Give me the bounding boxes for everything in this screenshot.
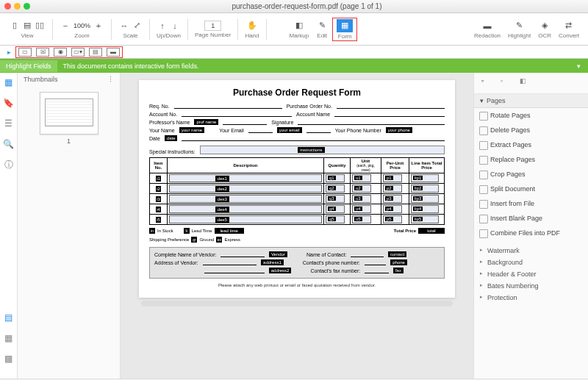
- your-email-field[interactable]: your email: [277, 127, 302, 133]
- panel-tab3-icon[interactable]: ◧: [520, 77, 531, 89]
- item-no-field[interactable]: i2: [156, 186, 161, 192]
- unit-field[interactable]: u3: [352, 195, 371, 203]
- highlight-icon[interactable]: ✎: [514, 20, 526, 32]
- panel2-icon[interactable]: ▦: [4, 333, 14, 343]
- date-field[interactable]: date: [165, 135, 178, 141]
- zoom-value[interactable]: 100%: [72, 22, 92, 29]
- qty-field[interactable]: q3: [326, 195, 345, 203]
- redaction-icon[interactable]: ▬: [481, 20, 493, 32]
- total-field[interactable]: lip1: [411, 174, 439, 182]
- unit-field[interactable]: u4: [352, 205, 371, 213]
- page-down-icon[interactable]: ↓: [169, 20, 181, 32]
- rpanel-item[interactable]: Rotate Pages: [474, 108, 588, 123]
- total-field[interactable]: lip4: [411, 205, 439, 213]
- fax-field[interactable]: fax: [393, 268, 404, 273]
- rpanel-item[interactable]: Replace Pages: [474, 152, 588, 167]
- addr2-field[interactable]: address2: [269, 268, 292, 273]
- unit-field[interactable]: u5: [352, 215, 371, 223]
- vendor-field[interactable]: Vendor: [269, 251, 287, 257]
- rpanel-item[interactable]: Crop Pages: [474, 167, 588, 182]
- special-field[interactable]: instructions: [200, 146, 445, 154]
- total-field[interactable]: lip5: [411, 215, 439, 223]
- hand-icon[interactable]: ✋: [246, 20, 258, 32]
- zoom-icon[interactable]: [24, 3, 30, 10]
- desc-field[interactable]: des4: [169, 205, 322, 213]
- view-single-icon[interactable]: ▯: [9, 20, 21, 32]
- price-field[interactable]: p1: [383, 174, 402, 182]
- pages-tab-icon[interactable]: ▫: [481, 77, 493, 89]
- page-thumbnail[interactable]: [40, 92, 98, 135]
- edit-icon[interactable]: ✎: [316, 20, 328, 32]
- info-icon[interactable]: ⓘ: [4, 159, 14, 170]
- cursor-icon[interactable]: ▸: [7, 49, 11, 56]
- combo-tool-icon[interactable]: ▭▾: [71, 48, 85, 57]
- total-field[interactable]: lip3: [411, 195, 439, 203]
- button-tool-icon[interactable]: ▬: [107, 48, 120, 57]
- contact-field[interactable]: contact: [388, 251, 406, 257]
- price-field[interactable]: p2: [383, 184, 402, 193]
- your-name-field[interactable]: your name: [179, 127, 204, 133]
- item-no-field[interactable]: i4: [156, 207, 161, 212]
- rpanel-item[interactable]: Split Document: [474, 182, 588, 196]
- panel-tab2-icon[interactable]: ▫: [501, 77, 512, 89]
- rpanel-sub[interactable]: Background: [474, 257, 588, 268]
- express-check[interactable]: ex: [216, 237, 222, 243]
- ground-check[interactable]: gr: [191, 237, 197, 243]
- horizontal-scrollbar[interactable]: [141, 301, 453, 306]
- form-icon[interactable]: ▦: [337, 19, 353, 32]
- price-field[interactable]: p5: [383, 215, 402, 223]
- rpanel-item[interactable]: Insert Blank Page: [474, 211, 588, 226]
- prof-name-field[interactable]: prof name: [194, 119, 218, 125]
- page-up-icon[interactable]: ↑: [157, 20, 168, 32]
- bookmarks-icon[interactable]: 🔖: [4, 98, 14, 108]
- view-cont-icon[interactable]: ▤: [21, 20, 33, 32]
- checkbox-tool-icon[interactable]: ☒: [36, 48, 49, 57]
- desc-field[interactable]: des2: [169, 184, 322, 193]
- desc-field[interactable]: des5: [169, 215, 322, 223]
- total-field[interactable]: lip2: [411, 184, 439, 193]
- leadtime-field[interactable]: lead time: [215, 228, 244, 234]
- textfield-tool-icon[interactable]: ▭: [18, 48, 32, 57]
- highlight-fields-button[interactable]: Highlight Fields: [0, 60, 57, 72]
- close-icon[interactable]: [4, 3, 11, 10]
- panel1-icon[interactable]: ▤: [4, 312, 14, 323]
- rpanel-item[interactable]: Combine Files into PDF: [474, 226, 588, 240]
- qty-field[interactable]: q5: [326, 215, 345, 223]
- rpanel-item[interactable]: Extract Pages: [474, 137, 588, 152]
- search-icon[interactable]: 🔍: [4, 139, 14, 149]
- list-tool-icon[interactable]: ▤: [89, 48, 102, 57]
- price-field[interactable]: p3: [383, 195, 402, 203]
- unit-field[interactable]: u2: [352, 184, 371, 193]
- item-no-field[interactable]: i1: [156, 176, 161, 182]
- pagenum-value[interactable]: 1: [204, 21, 221, 31]
- rpanel-sub[interactable]: Header & Footer: [474, 268, 588, 280]
- price-field[interactable]: p4: [383, 205, 402, 213]
- addr1-field[interactable]: address1: [261, 259, 284, 265]
- panel3-icon[interactable]: ▩: [4, 354, 14, 364]
- item-no-field[interactable]: i5: [156, 217, 161, 223]
- qty-field[interactable]: q1: [326, 174, 345, 182]
- your-phone-field[interactable]: your phone: [386, 127, 412, 133]
- rpanel-item[interactable]: Delete Pages: [474, 123, 588, 137]
- banner-close-icon[interactable]: ▾: [570, 62, 588, 70]
- convert-icon[interactable]: ⇄: [563, 20, 575, 32]
- rpanel-sub[interactable]: Watermark: [474, 245, 588, 257]
- unit-field[interactable]: u1: [352, 174, 371, 182]
- minimize-icon[interactable]: [14, 3, 21, 10]
- zoom-out-icon[interactable]: −: [60, 20, 71, 32]
- thumbnails-menu-icon[interactable]: ⋮: [107, 76, 114, 83]
- markup-icon[interactable]: ◧: [293, 20, 305, 32]
- pages-header[interactable]: ▾Pages: [474, 94, 588, 108]
- ocr-icon[interactable]: ◈: [539, 20, 551, 32]
- instock-check[interactable]: in: [149, 228, 155, 234]
- item-no-field[interactable]: i3: [156, 196, 161, 202]
- thumbnails-icon[interactable]: ▦: [4, 77, 14, 87]
- view-two-icon[interactable]: ▯▯: [34, 20, 46, 32]
- desc-field[interactable]: des3: [169, 195, 322, 203]
- total-field[interactable]: total: [418, 228, 445, 234]
- leadtime-check[interactable]: lt: [184, 228, 190, 234]
- fit-width-icon[interactable]: ↔: [118, 20, 130, 32]
- outline-icon[interactable]: ☰: [4, 118, 14, 129]
- zoom-in-icon[interactable]: +: [93, 20, 104, 32]
- desc-field[interactable]: des1: [169, 174, 322, 182]
